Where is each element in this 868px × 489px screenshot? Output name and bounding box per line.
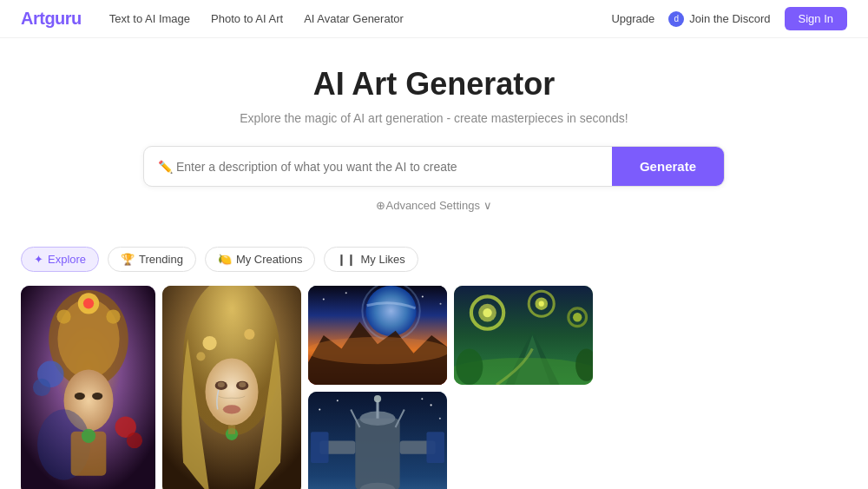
- prompt-input[interactable]: [144, 147, 612, 186]
- hero-title: AI Art Generator: [17, 66, 851, 102]
- gallery-item-4[interactable]: [308, 392, 447, 489]
- svg-point-76: [439, 418, 441, 420]
- gallery-item-5[interactable]: [454, 286, 593, 385]
- svg-point-74: [337, 400, 339, 401]
- hero-section: AI Art Generator Explore the magic of AI…: [0, 38, 868, 247]
- creations-icon: 🍋: [218, 253, 232, 266]
- svg-point-52: [456, 349, 483, 385]
- svg-point-9: [92, 393, 102, 400]
- likes-icon: ❙❙: [337, 253, 356, 266]
- svg-point-32: [366, 286, 417, 336]
- filter-tabs: ✦ Explore 🏆 Trending 🍋 My Creations ❙❙ M…: [0, 247, 868, 272]
- prompt-container: Generate: [143, 146, 725, 187]
- svg-point-48: [573, 313, 582, 321]
- svg-point-22: [218, 382, 225, 387]
- svg-point-39: [440, 303, 442, 305]
- nav-avatar[interactable]: AI Avatar Generator: [304, 12, 404, 25]
- svg-point-26: [196, 352, 205, 360]
- gallery-grid: [0, 286, 868, 489]
- svg-point-35: [308, 337, 447, 364]
- svg-point-5: [106, 309, 120, 323]
- svg-point-75: [431, 404, 432, 406]
- svg-rect-59: [311, 432, 329, 463]
- upgrade-button[interactable]: Upgrade: [611, 12, 654, 25]
- svg-point-8: [75, 393, 85, 400]
- svg-rect-60: [426, 432, 444, 463]
- svg-point-25: [244, 329, 254, 340]
- svg-point-13: [127, 433, 142, 448]
- tab-explore[interactable]: ✦ Explore: [21, 247, 99, 272]
- svg-point-19: [205, 358, 258, 425]
- art-starry-night: [454, 286, 593, 385]
- hero-subtitle: Explore the magic of AI art generation -…: [17, 111, 851, 125]
- svg-point-11: [33, 379, 50, 396]
- svg-point-4: [56, 309, 70, 323]
- svg-point-37: [345, 292, 347, 294]
- svg-point-27: [223, 405, 240, 413]
- art-space-station: [308, 392, 447, 489]
- art-blonde-portrait: [162, 286, 301, 489]
- svg-point-77: [421, 398, 423, 400]
- svg-point-46: [539, 301, 544, 307]
- svg-point-64: [374, 395, 381, 402]
- logo[interactable]: Artguru: [21, 9, 82, 29]
- svg-point-6: [83, 298, 94, 308]
- svg-point-38: [422, 295, 424, 297]
- generate-button[interactable]: Generate: [612, 147, 724, 186]
- svg-point-16: [82, 429, 95, 443]
- signin-button[interactable]: Sign In: [785, 7, 847, 30]
- nav-text-to-ai[interactable]: Text to AI Image: [109, 12, 190, 25]
- trending-icon: 🏆: [121, 253, 135, 266]
- explore-icon: ✦: [34, 253, 43, 266]
- advanced-settings[interactable]: ⊕Advanced Settings ∨: [17, 199, 851, 212]
- tab-trending[interactable]: 🏆 Trending: [108, 247, 196, 272]
- tab-my-creations[interactable]: 🍋 My Creations: [205, 247, 316, 272]
- svg-point-36: [323, 299, 325, 301]
- header: Artguru Text to AI Image Photo to AI Art…: [0, 0, 868, 38]
- gallery-item-1[interactable]: [21, 286, 155, 489]
- svg-point-43: [483, 308, 491, 317]
- svg-rect-56: [355, 419, 399, 489]
- discord-icon: d: [668, 11, 684, 27]
- tab-my-likes[interactable]: ❙❙ My Likes: [324, 247, 418, 272]
- gallery-item-2[interactable]: [162, 286, 301, 489]
- svg-point-73: [319, 409, 320, 411]
- nav-photo-to-ai[interactable]: Photo to AI Art: [211, 12, 283, 25]
- gallery-item-3[interactable]: [308, 286, 447, 385]
- main-nav: Text to AI Image Photo to AI Art AI Avat…: [109, 12, 612, 25]
- discord-button[interactable]: d Join the Discord: [668, 11, 770, 27]
- art-planet-landscape: [308, 286, 447, 385]
- svg-point-23: [239, 382, 246, 387]
- svg-rect-29: [228, 426, 235, 434]
- header-right: Upgrade d Join the Discord Sign In: [611, 7, 847, 30]
- svg-point-24: [202, 336, 216, 350]
- art-ornate-portrait: [21, 286, 155, 489]
